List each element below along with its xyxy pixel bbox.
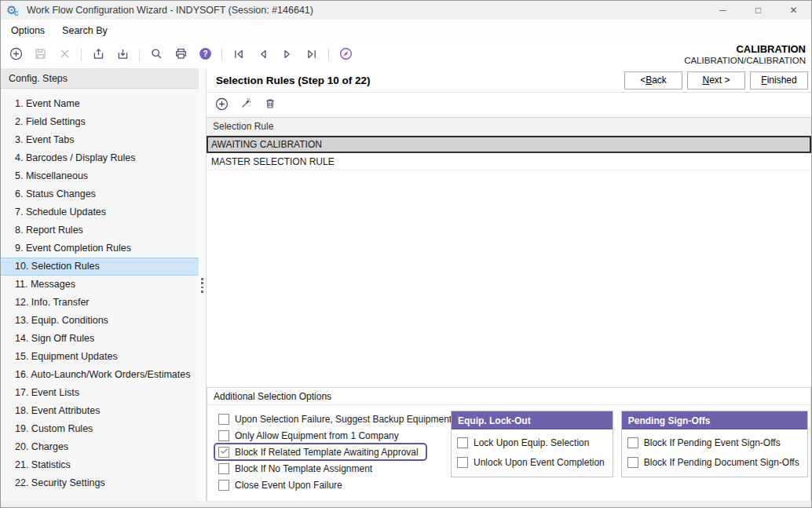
trash-icon (264, 97, 276, 112)
search-button[interactable] (148, 46, 165, 64)
sidebar-item-step-17[interactable]: 17. Event Lists (1, 384, 199, 402)
only-allow-equipment-from-1-company-option: Only Allow Equipment from 1 Company (214, 427, 443, 444)
app-logo-icon: ⚙c (6, 3, 22, 17)
sidebar-item-step-8[interactable]: 8. Report Rules (1, 221, 199, 239)
group-header-pending-sign-offs: Pending Sign-Offs (622, 411, 807, 429)
unlock-upon-event-completion-label: Unlock Upon Event Completion (474, 457, 605, 468)
printer-icon (174, 47, 188, 63)
sidebar-item-step-11[interactable]: 11. Messages (1, 276, 199, 294)
nav-prev-button[interactable] (254, 46, 272, 64)
sidebar-item-step-9[interactable]: 9. Event Completion Rules (1, 239, 199, 258)
delete-rule-button[interactable] (262, 97, 278, 113)
selection-rule-row[interactable]: MASTER SELECTION RULE (207, 153, 811, 170)
close-event-upon-failure-checkbox[interactable] (218, 480, 229, 491)
sidebar-item-step-2[interactable]: 2. Field Settings (1, 113, 199, 131)
unlock-upon-event-completion-option: Unlock Upon Event Completion (457, 455, 605, 470)
sidebar-item-step-13[interactable]: 13. Equip. Conditions (1, 312, 199, 330)
close-button[interactable]: ✕ (776, 1, 811, 20)
delete-button[interactable] (56, 46, 73, 64)
edit-rule-button[interactable] (238, 97, 254, 113)
nav-last-button[interactable] (303, 46, 320, 64)
nav-next-button[interactable] (279, 46, 296, 64)
wand-icon (240, 97, 252, 112)
nav-next-icon (281, 48, 294, 63)
rules-table-body: AWAITING CALIBRATIONMASTER SELECTION RUL… (207, 136, 811, 170)
lock-upon-equip-selection-checkbox[interactable] (457, 437, 468, 448)
navigator-button[interactable] (337, 46, 354, 64)
block-if-pending-event-sign-offs-checkbox[interactable] (627, 437, 638, 448)
selection-rule-row[interactable]: AWAITING CALIBRATION (207, 136, 811, 153)
finished-button[interactable]: Finished (750, 71, 808, 90)
sidebar-item-step-16[interactable]: 16. Auto-Launch/Work Orders/Estimates (1, 366, 199, 384)
export-button[interactable] (90, 46, 107, 64)
group-body-equip-lock-out: Lock Upon Equip. SelectionUnlock Upon Ev… (452, 429, 613, 477)
block-if-no-template-assignment-checkbox[interactable] (218, 463, 229, 474)
sidebar-item-step-22[interactable]: 22. Security Settings (1, 474, 199, 492)
rules-toolbar (207, 93, 811, 117)
upon-selection-failure-suggest-backup-eq-label: Upon Selection Failure, Suggest Backup E… (235, 414, 452, 425)
next-button[interactable]: Next > (687, 71, 745, 90)
import-button[interactable] (114, 46, 131, 64)
options-checkbox-column: Upon Selection Failure, Suggest Backup E… (214, 411, 443, 493)
sidebar-item-step-21[interactable]: 21. Statistics (1, 456, 199, 474)
add-button[interactable] (7, 46, 24, 64)
sidebar-item-step-5[interactable]: 5. Miscellaneous (1, 167, 199, 185)
download-icon (116, 47, 130, 63)
help-button[interactable]: ? (196, 46, 214, 64)
menu-search-by[interactable]: Search By (53, 21, 116, 40)
sidebar-item-step-14[interactable]: 14. Sign Off Rules (1, 330, 199, 348)
rules-table-empty-area (207, 170, 811, 387)
sidebar-item-step-18[interactable]: 18. Event Attributes (1, 402, 199, 420)
sidebar-item-step-20[interactable]: 20. Charges (1, 438, 199, 456)
sidebar-item-step-3[interactable]: 3. Event Tabs (1, 131, 199, 149)
menu-options[interactable]: Options (2, 21, 53, 40)
nav-first-icon (232, 48, 245, 63)
additional-options-panel: Additional Selection Options Upon Select… (207, 387, 811, 501)
sidebar-item-step-1[interactable]: 1. Event Name (1, 95, 199, 113)
maximize-button[interactable]: □ (741, 1, 776, 20)
block-if-related-template-awaiting-appro-checkbox[interactable] (218, 447, 229, 458)
sidebar-splitter[interactable] (199, 68, 207, 501)
sidebar-item-step-15[interactable]: 15. Equipment Updates (1, 348, 199, 366)
toolbar-separator (221, 49, 222, 61)
block-if-pending-event-sign-offs-label: Block If Pending Event Sign-Offs (644, 437, 781, 448)
rules-column-header: Selection Rule (207, 118, 811, 136)
page-title: Selection Rules (Step 10 of 22) (216, 75, 371, 86)
back-button[interactable]: < Back (624, 71, 682, 90)
upon-selection-failure-suggest-backup-eq-checkbox[interactable] (218, 414, 229, 425)
compass-icon (339, 47, 353, 63)
block-if-no-template-assignment-label: Block If No Template Assignment (235, 463, 372, 474)
block-if-pending-event-sign-offs-option: Block If Pending Event Sign-Offs (627, 435, 799, 451)
sidebar-item-step-6[interactable]: 6. Status Changes (1, 185, 199, 203)
config-steps-sidebar: Config. Steps 1. Event Name2. Field Sett… (1, 68, 199, 501)
context-subtitle: CALIBRATION/CALIBRATION (684, 56, 806, 67)
sidebar-item-step-19[interactable]: 19. Custom Rules (1, 420, 199, 438)
minimize-button[interactable]: ─ (705, 1, 741, 20)
window-controls: ─□✕ (705, 1, 811, 20)
block-if-related-template-awaiting-appro-option: Block If Related Template Awaiting Appro… (214, 443, 427, 461)
sidebar-item-step-4[interactable]: 4. Barcodes / Display Rules (1, 149, 199, 167)
nav-last-icon (305, 48, 318, 63)
save-button[interactable] (31, 46, 49, 64)
unlock-upon-event-completion-checkbox[interactable] (457, 457, 468, 468)
group-pending-sign-offs: Pending Sign-OffsBlock If Pending Event … (621, 411, 808, 477)
sidebar-item-step-7[interactable]: 7. Schedule Updates (1, 203, 199, 221)
close-icon: ✕ (789, 5, 797, 16)
group-equip-lock-out: Equip. Lock-OutLock Upon Equip. Selectio… (451, 411, 613, 477)
config-steps-list: 1. Event Name2. Field Settings3. Event T… (1, 89, 199, 501)
nav-first-button[interactable] (230, 46, 247, 64)
maximize-icon: □ (755, 5, 761, 16)
close-event-upon-failure-label: Close Event Upon Failure (235, 480, 342, 491)
lock-upon-equip-selection-label: Lock Upon Equip. Selection (474, 437, 589, 448)
group-body-pending-sign-offs: Block If Pending Event Sign-OffsBlock If… (622, 429, 807, 477)
splitter-grip-icon (201, 278, 203, 293)
options-groups: Equip. Lock-OutLock Upon Equip. Selectio… (451, 411, 808, 477)
sidebar-item-step-10[interactable]: 10. Selection Rules (1, 258, 199, 276)
print-button[interactable] (172, 46, 189, 64)
upload-icon (92, 47, 105, 63)
add-rule-button[interactable] (214, 97, 229, 113)
sidebar-item-step-12[interactable]: 12. Info. Transfer (1, 294, 199, 312)
block-if-pending-document-sign-offs-checkbox[interactable] (627, 457, 638, 468)
nav-prev-icon (257, 48, 269, 63)
only-allow-equipment-from-1-company-checkbox[interactable] (218, 430, 229, 441)
